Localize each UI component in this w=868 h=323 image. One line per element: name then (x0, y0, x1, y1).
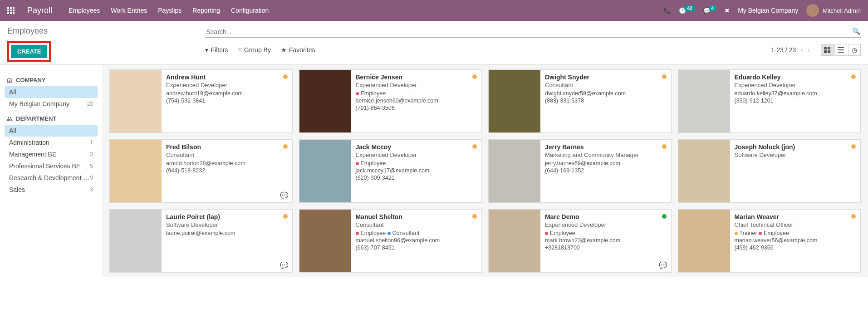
employee-tags: Employee Consultant (356, 230, 477, 236)
employee-email: andrew.hunt19@example.com (166, 90, 288, 97)
topbar: Payroll Employees Work Entries Payslips … (0, 0, 868, 21)
employee-card[interactable]: Andrew HuntExperienced Developerandrew.h… (109, 69, 293, 133)
sidebar-company-item-1[interactable]: My Belgian Company23 (5, 98, 98, 110)
svg-rect-3 (828, 50, 830, 53)
nav-reporting[interactable]: Reporting (192, 7, 220, 14)
sidebar-dept-item-count: 1 (90, 139, 93, 146)
favorites-button[interactable]: ★Favorites (281, 46, 315, 54)
sidebar-dept-item-4[interactable]: Research & Development …9 (5, 172, 98, 184)
employee-email: bernice.jensen60@example.com (356, 98, 477, 104)
search-icon[interactable]: 🔍 (852, 27, 861, 35)
employee-card[interactable]: Dwight SnyderConsultantdwight.snyder59@e… (488, 69, 672, 133)
sidebar-company-item-0[interactable]: All (5, 86, 98, 98)
view-activity[interactable]: ◷ (848, 44, 861, 56)
sidebar-dept-item-count: 3 (90, 151, 93, 157)
debug-icon[interactable]: ✖ (725, 7, 730, 14)
tag-dot-icon (356, 232, 359, 235)
employee-email: mark.brown23@example.com (545, 237, 667, 244)
company-selector[interactable]: My Belgian Company (738, 7, 798, 14)
employee-info: Bernice JensenExperienced DeveloperEmplo… (351, 70, 482, 132)
employee-phone: (620)-309-3421 (356, 175, 477, 181)
pager-next[interactable]: › (808, 46, 810, 54)
nav-work-entries[interactable]: Work Entries (111, 7, 147, 14)
employee-card[interactable]: Laurie Poiret (lap)Software Developerlau… (109, 209, 293, 273)
employee-card[interactable]: Marc DemoExperienced DeveloperEmployee m… (488, 209, 672, 273)
employee-name: Fred Bilson (166, 143, 288, 151)
avatar (806, 4, 819, 17)
employee-phone: (944)-518-8232 (166, 167, 288, 174)
employee-photo (299, 70, 351, 132)
employee-info: Manuel SheltonConsultantEmployee Consult… (351, 210, 482, 272)
sidebar-company-item-label: All (9, 88, 16, 96)
employee-name: Jerry Barnes (545, 143, 667, 151)
apps-icon[interactable] (7, 7, 15, 14)
view-kanban[interactable] (821, 44, 834, 56)
employee-name: Laurie Poiret (lap) (166, 213, 288, 220)
chat-icon[interactable]: 💬 (280, 191, 289, 200)
employee-email: dwight.snyder59@example.com (545, 90, 667, 97)
chat-notifications[interactable]: 💬4 (703, 7, 717, 14)
chat-icon[interactable]: 💬 (280, 261, 289, 269)
sidebar-dept-item-0[interactable]: All (5, 125, 98, 137)
tag-dot-icon (356, 162, 359, 165)
employee-photo (678, 210, 730, 272)
employee-card[interactable]: Bernice JensenExperienced DeveloperEmplo… (299, 69, 482, 133)
employee-photo (678, 140, 730, 202)
sidebar-dept-item-2[interactable]: Management BE3 (5, 148, 98, 160)
sidebar-dept-item-count: 5 (90, 163, 93, 169)
employee-email: manuel.shelton96@example.com (356, 237, 477, 244)
employee-card[interactable]: Fred BilsonConsultantarnold.horton28@exa… (109, 139, 293, 203)
employee-photo (110, 70, 162, 132)
clock-notifications[interactable]: 🕐42 (679, 7, 695, 14)
sidebar-dept-item-5[interactable]: Sales3 (5, 184, 98, 196)
sidebar-dept-item-1[interactable]: Administration1 (5, 137, 98, 148)
pager-prev[interactable]: ‹ (800, 46, 803, 54)
presence-icon (851, 144, 856, 149)
tag-dot-icon (735, 232, 738, 235)
employee-card[interactable]: Marian WeaverChief Technical OfficerTrai… (678, 209, 861, 273)
sidebar-dept-item-count: 3 (90, 186, 93, 193)
nav-employees[interactable]: Employees (69, 7, 100, 14)
employee-role: Experienced Developer (735, 82, 856, 88)
view-list[interactable] (834, 44, 847, 56)
employee-role: Chief Technical Officer (735, 221, 856, 228)
sidebar-dept-item-label: Sales (9, 186, 25, 193)
phone-icon[interactable]: 📞 (663, 7, 671, 14)
sidebar-dept-header: DEPARTMENT (6, 115, 98, 122)
sidebar-company-item-count: 23 (87, 101, 93, 107)
main-area: COMPANY AllMy Belgian Company23 DEPARTME… (0, 64, 868, 277)
create-button[interactable]: CREATE (11, 45, 47, 58)
nav-configuration[interactable]: Configuration (231, 7, 269, 14)
search-input[interactable] (205, 26, 861, 38)
content: Andrew HuntExperienced Developerandrew.h… (102, 65, 868, 277)
presence-icon (662, 214, 667, 219)
user-menu[interactable]: Mitchell Admin (806, 4, 861, 17)
employee-card[interactable]: Joseph Noluck (jon)Software Developer (678, 139, 861, 203)
nav-payslips[interactable]: Payslips (158, 7, 181, 14)
filters-button[interactable]: ▾Filters (205, 46, 228, 54)
kanban-grid: Andrew HuntExperienced Developerandrew.h… (109, 69, 861, 273)
employee-tags: Employee (356, 160, 477, 166)
chat-icon[interactable]: 💬 (659, 261, 667, 269)
employee-role: Experienced Developer (545, 221, 667, 228)
sidebar-dept-item-3[interactable]: Professional Services BE5 (5, 160, 98, 172)
toolbar: ▾Filters ≡Group By ★Favorites 1-23 / 23 … (205, 44, 861, 56)
presence-icon (851, 74, 856, 79)
presence-icon (851, 214, 856, 219)
groupby-button[interactable]: ≡Group By (238, 46, 271, 54)
employee-card[interactable]: Jack MccoyExperienced DeveloperEmployee … (299, 139, 482, 203)
employee-phone: +3281813700 (545, 245, 667, 251)
employee-card[interactable]: Manuel SheltonConsultantEmployee Consult… (299, 209, 482, 273)
sidebar: COMPANY AllMy Belgian Company23 DEPARTME… (0, 65, 102, 277)
employee-role: Experienced Developer (356, 82, 477, 88)
employee-phone: (663)-707-8451 (356, 245, 477, 251)
employee-name: Manuel Shelton (356, 213, 477, 220)
tag-label: Consultant (392, 230, 420, 236)
employee-card[interactable]: Jerry BarnesMarketing and Community Mana… (488, 139, 672, 203)
employee-info: Jack MccoyExperienced DeveloperEmployee … (351, 140, 482, 202)
employee-card[interactable]: Eduardo KelleyExperienced Developereduar… (678, 69, 861, 133)
control-row: Employees CREATE 🔍 ▾Filters ≡Group By ★F… (0, 21, 868, 62)
sidebar-dept-item-label: Management BE (9, 151, 56, 158)
employee-photo (110, 210, 162, 272)
employee-role: Consultant (545, 82, 667, 88)
